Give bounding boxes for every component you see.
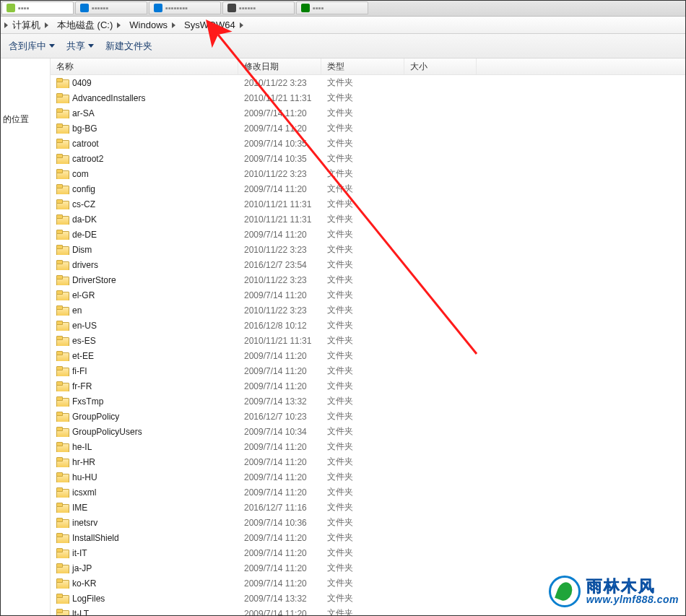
- file-name: en-US: [72, 321, 97, 331]
- file-type-cell: 文件夹: [321, 107, 404, 119]
- file-type-cell: 文件夹: [321, 183, 404, 195]
- table-row[interactable]: GroupPolicy2016/12/7 10:23文件夹: [51, 409, 686, 424]
- file-name: bg-BG: [72, 123, 97, 134]
- file-type-cell: 文件夹: [321, 441, 404, 453]
- file-date-cell: 2009/7/14 11:20: [238, 457, 321, 467]
- file-type-cell: 文件夹: [321, 274, 404, 286]
- file-name: catroot: [72, 139, 99, 149]
- column-header-date[interactable]: 修改日期: [238, 58, 321, 74]
- table-row[interactable]: inetsrv2009/7/14 10:36文件夹: [51, 515, 686, 530]
- column-header-name[interactable]: 名称: [51, 58, 238, 74]
- file-name-cell: hu-HU: [56, 472, 238, 482]
- file-name: Dism: [72, 245, 92, 255]
- table-row[interactable]: InstallShield2009/7/14 11:20文件夹: [51, 530, 686, 545]
- table-row[interactable]: DriverStore2010/11/22 3:23文件夹: [51, 272, 686, 287]
- tab[interactable]: ▪▪▪▪: [296, 1, 368, 14]
- file-name-cell: lt-LT: [56, 609, 238, 617]
- table-row[interactable]: hu-HU2009/7/14 11:20文件夹: [51, 469, 686, 485]
- table-row[interactable]: da-DK2010/11/21 11:31文件夹: [51, 212, 686, 227]
- folder-icon: [56, 214, 68, 225]
- table-row[interactable]: et-EE2009/7/14 11:20文件夹: [51, 348, 686, 363]
- file-type-cell: 文件夹: [321, 259, 404, 271]
- file-type-cell: 文件夹: [321, 456, 404, 468]
- table-row[interactable]: AdvancedInstallers2010/11/21 11:31文件夹: [51, 90, 686, 105]
- tab[interactable]: ▪▪▪▪▪▪: [75, 1, 147, 14]
- include-library-button[interactable]: 含到库中: [3, 37, 61, 56]
- file-name: lt-LT: [72, 609, 89, 617]
- table-row[interactable]: com2010/11/22 3:23文件夹: [51, 166, 686, 181]
- file-name: IME: [72, 503, 87, 513]
- folder-icon: [56, 230, 68, 240]
- tab[interactable]: ▪▪▪▪▪▪▪▪: [149, 1, 221, 14]
- breadcrumb-item[interactable]: 计算机: [9, 19, 54, 32]
- folder-icon: [56, 245, 68, 255]
- button-label: 新建文件夹: [105, 40, 152, 53]
- table-row[interactable]: es-ES2010/11/21 11:31文件夹: [51, 333, 686, 348]
- file-type-cell: 文件夹: [321, 501, 404, 513]
- folder-icon: [56, 427, 68, 437]
- table-row[interactable]: en2010/11/22 3:23文件夹: [51, 303, 686, 318]
- table-row[interactable]: it-IT2009/7/14 11:20文件夹: [51, 545, 686, 560]
- column-header-type[interactable]: 类型: [321, 58, 404, 74]
- table-row[interactable]: ar-SA2009/7/14 11:20文件夹: [51, 105, 686, 121]
- table-row[interactable]: he-IL2009/7/14 11:20文件夹: [51, 439, 686, 454]
- table-row[interactable]: IME2016/12/7 11:16文件夹: [51, 500, 686, 515]
- file-name-cell: ja-JP: [56, 563, 238, 573]
- file-type-cell: 文件夹: [321, 516, 404, 529]
- table-row[interactable]: bg-BG2009/7/14 11:20文件夹: [51, 121, 686, 136]
- file-name: hu-HU: [72, 472, 97, 482]
- file-name: InstallShield: [72, 533, 119, 543]
- file-date-cell: 2009/7/14 11:20: [238, 487, 321, 498]
- file-date-cell: 2009/7/14 11:20: [238, 533, 321, 543]
- breadcrumb-bar[interactable]: 计算机 本地磁盘 (C:) Windows SysWOW64: [0, 17, 686, 34]
- file-type-cell: 文件夹: [321, 213, 404, 225]
- folder-icon: [56, 290, 68, 300]
- breadcrumb-item[interactable]: 本地磁盘 (C:): [54, 19, 126, 32]
- table-row[interactable]: config2009/7/14 11:20文件夹: [51, 181, 686, 196]
- table-row[interactable]: de-DE2009/7/14 11:20文件夹: [51, 227, 686, 242]
- file-date-cell: 2009/7/14 11:20: [238, 472, 321, 482]
- tab[interactable]: ▪▪▪▪: [1, 1, 74, 14]
- table-row[interactable]: fr-FR2009/7/14 11:20文件夹: [51, 378, 686, 394]
- new-folder-button[interactable]: 新建文件夹: [100, 37, 158, 56]
- table-row[interactable]: icsxml2009/7/14 11:20文件夹: [51, 485, 686, 500]
- column-header-size[interactable]: 大小: [404, 58, 477, 74]
- file-name-cell: config: [56, 184, 238, 194]
- file-date-cell: 2016/12/7 23:54: [238, 260, 321, 270]
- table-row[interactable]: Dism2010/11/22 3:23文件夹: [51, 242, 686, 257]
- file-name-cell: inetsrv: [56, 518, 238, 528]
- chevron-right-icon: [4, 22, 8, 28]
- table-row[interactable]: ja-JP2009/7/14 11:20文件夹: [51, 560, 686, 576]
- file-list-pane: 名称 修改日期 类型 大小 04092010/11/22 3:23文件夹Adva…: [51, 58, 686, 616]
- table-row[interactable]: hr-HR2009/7/14 11:20文件夹: [51, 454, 686, 469]
- table-row[interactable]: FxsTmp2009/7/14 13:32文件夹: [51, 394, 686, 409]
- table-row[interactable]: drivers2016/12/7 23:54文件夹: [51, 257, 686, 272]
- table-row[interactable]: en-US2016/12/8 10:12文件夹: [51, 318, 686, 333]
- table-row[interactable]: catroot2009/7/14 10:35文件夹: [51, 136, 686, 151]
- table-row[interactable]: cs-CZ2010/11/21 11:31文件夹: [51, 196, 686, 212]
- breadcrumb-item[interactable]: SysWOW64: [181, 19, 249, 30]
- file-date-cell: 2010/11/22 3:23: [238, 305, 321, 316]
- file-type-cell: 文件夹: [321, 532, 404, 544]
- table-row[interactable]: fi-FI2009/7/14 11:20文件夹: [51, 363, 686, 378]
- nav-pane: 的位置: [0, 58, 51, 616]
- file-date-cell: 2009/7/14 11:20: [238, 609, 321, 617]
- chevron-right-icon: [117, 22, 121, 28]
- file-name: catroot2: [72, 154, 103, 164]
- breadcrumb-label: 本地磁盘 (C:): [57, 19, 113, 32]
- file-name-cell: AdvancedInstallers: [56, 93, 238, 103]
- file-type-cell: 文件夹: [321, 410, 404, 422]
- breadcrumb-item[interactable]: Windows: [126, 19, 181, 30]
- tab[interactable]: ▪▪▪▪▪▪: [222, 1, 295, 14]
- table-row[interactable]: el-GR2009/7/14 11:20文件夹: [51, 287, 686, 303]
- table-row[interactable]: 04092010/11/22 3:23文件夹: [51, 75, 686, 90]
- table-row[interactable]: GroupPolicyUsers2009/7/14 10:34文件夹: [51, 424, 686, 439]
- file-type-cell: 文件夹: [321, 486, 404, 498]
- file-list[interactable]: 04092010/11/22 3:23文件夹AdvancedInstallers…: [51, 75, 686, 616]
- table-row[interactable]: lt-LT2009/7/14 11:20文件夹: [51, 606, 686, 616]
- share-button[interactable]: 共享: [61, 37, 100, 56]
- file-name: GroupPolicy: [72, 412, 119, 422]
- table-row[interactable]: catroot22009/7/14 10:35文件夹: [51, 151, 686, 166]
- file-name-cell: catroot: [56, 139, 238, 149]
- file-type-cell: 文件夹: [321, 365, 404, 377]
